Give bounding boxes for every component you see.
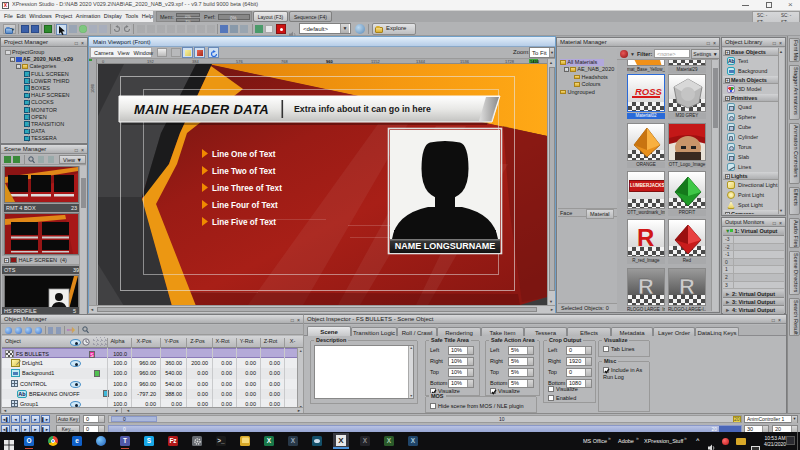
svg-text:Line Three of Text: Line Three of Text (212, 184, 282, 193)
svg-text:Line Two of Text: Line Two of Text (212, 167, 276, 176)
svg-text:Line Four of Text: Line Four of Text (212, 201, 278, 210)
svg-text:Line One of Text: Line One of Text (212, 150, 276, 159)
svg-text:Line Five of Text: Line Five of Text (212, 218, 276, 227)
svg-text:R: R (638, 274, 654, 299)
svg-text:R: R (637, 224, 654, 251)
svg-text:Extra info about it can go in: Extra info about it can go in here (294, 104, 431, 114)
svg-text:NAME LONGSURNAME: NAME LONGSURNAME (395, 241, 496, 251)
svg-text:MAIN HEADER DATA: MAIN HEADER DATA (134, 102, 269, 117)
svg-text:R: R (679, 274, 695, 299)
